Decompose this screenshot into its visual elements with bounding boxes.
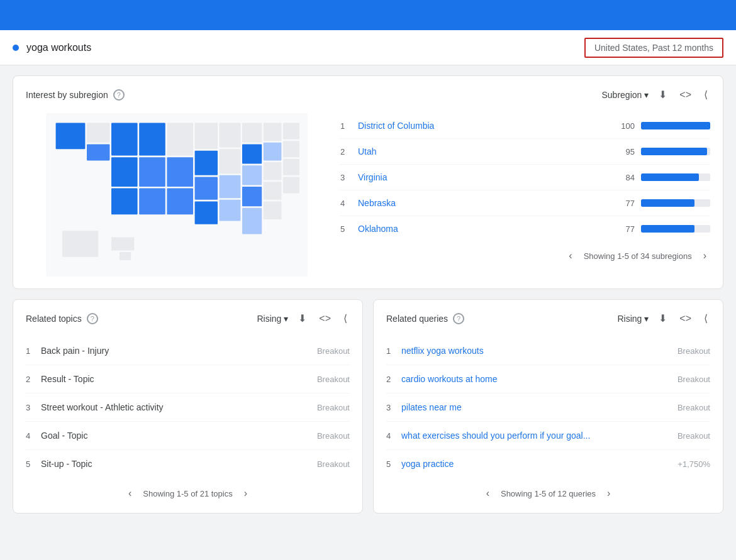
svg-rect-36 [111,238,134,251]
svg-rect-24 [220,200,241,221]
subregion-title: Interest by subregion [26,90,108,100]
queries-code-btn[interactable]: <> [677,310,694,327]
svg-rect-10 [195,123,218,150]
query-rank: 3 [386,403,401,412]
queries-share-btn[interactable]: ⟨ [701,310,710,327]
topic-name[interactable]: Goal - Topic [41,431,317,441]
topics-next-btn[interactable]: › [240,486,251,500]
table-row: 4 Nebraska 77 [340,190,710,216]
svg-rect-27 [264,182,282,200]
list-item: 2 cardio workouts at home Breakout [386,365,710,393]
region-rank: 3 [340,173,358,182]
queries-pagination-text: Showing 1-5 of 12 queries [501,489,596,498]
subregion-chevron-icon: ▾ [644,90,649,100]
queries-next-btn[interactable]: › [603,486,614,500]
subregion-download-btn[interactable]: ⬇ [656,86,669,103]
related-queries-card: Related queries ? Rising ▾ ⬇ <> ⟨ 1 netf… [373,299,723,513]
query-value: Breakout [677,403,710,412]
related-topics-title: Related topics [26,314,82,324]
svg-rect-2 [87,123,109,143]
region-value: 95 [610,147,635,156]
query-name[interactable]: pilates near me [401,402,677,412]
topics-download-btn[interactable]: ⬇ [296,310,309,327]
query-rank: 5 [386,459,401,469]
svg-rect-37 [120,252,131,260]
query-rank: 1 [386,346,401,356]
table-row: 5 Oklahoma 77 [340,216,710,241]
topics-code-btn[interactable]: <> [316,310,333,327]
queries-chevron-icon: ▾ [644,314,649,324]
region-name[interactable]: Oklahoma [358,224,610,234]
svg-rect-33 [167,189,193,215]
region-name[interactable]: District of Columbia [358,121,610,131]
topic-name[interactable]: Result - Topic [41,374,317,384]
related-queries-help-icon[interactable]: ? [453,313,464,324]
region-bar [641,122,710,129]
svg-rect-15 [220,175,241,198]
topics-share-btn[interactable]: ⟨ [341,310,350,327]
subregion-prev-btn[interactable]: ‹ [565,249,576,263]
topic-name[interactable]: Sit-up - Topic [41,459,317,469]
queries-dropdown[interactable]: Rising ▾ [617,314,649,324]
region-bar [641,199,710,207]
region-name[interactable]: Utah [358,146,610,156]
table-row: 3 Virginia 84 [340,165,710,190]
table-row: 1 District of Columbia 100 [340,113,710,139]
subregion-help-icon[interactable]: ? [113,89,125,101]
list-item: 1 Back pain - Injury Breakout [26,337,350,365]
query-name[interactable]: yoga practice [401,459,677,469]
queries-download-btn[interactable]: ⬇ [656,310,669,327]
svg-rect-34 [195,201,218,224]
subregion-share-btn[interactable]: ⟨ [701,86,710,103]
region-name[interactable]: Virginia [358,172,610,182]
svg-rect-7 [139,157,165,187]
subregion-dropdown[interactable]: Subregion ▾ [601,90,649,100]
svg-rect-9 [167,157,193,187]
subregion-code-btn[interactable]: <> [677,87,694,103]
svg-rect-11 [195,151,218,175]
query-name[interactable]: cardio workouts at home [401,374,677,384]
query-name[interactable]: what exercises should you perform if you… [401,431,677,441]
svg-rect-19 [264,123,282,141]
svg-rect-25 [242,187,262,206]
topic-value: Breakout [317,431,350,441]
topics-prev-btn[interactable]: ‹ [125,486,135,500]
query-value: Breakout [677,431,710,441]
topics-dropdown[interactable]: Rising ▾ [257,314,288,324]
related-queries-title: Related queries [386,314,448,324]
query-value: Breakout [677,375,710,384]
query-name[interactable]: netflix yoga workouts [401,346,677,356]
top-bar [0,0,736,30]
region-bar [641,225,710,233]
topic-rank: 1 [26,346,41,356]
svg-rect-12 [195,177,218,199]
list-item: 5 Sit-up - Topic Breakout [26,450,350,478]
svg-rect-3 [87,144,109,160]
topic-name[interactable]: Street workout - Athletic activity [41,402,317,412]
svg-rect-32 [139,189,165,215]
region-bar [641,148,710,155]
region-name[interactable]: Nebraska [358,198,610,208]
region-filter[interactable]: United States, Past 12 months [584,38,723,58]
svg-rect-18 [242,165,262,185]
svg-rect-20 [264,143,282,161]
subregion-next-btn[interactable]: › [700,249,710,263]
topic-value: Breakout [317,375,350,384]
topic-rank: 4 [26,431,41,441]
query-value: +1,750% [677,459,710,469]
region-bar [641,173,710,181]
svg-rect-4 [111,123,138,156]
svg-rect-30 [283,177,299,193]
topic-name[interactable]: Back pain - Injury [41,346,317,356]
svg-rect-31 [111,189,138,215]
related-topics-help-icon[interactable]: ? [87,313,98,324]
subregion-pagination-text: Showing 1-5 of 34 subregions [584,251,692,261]
svg-rect-13 [220,123,241,148]
svg-rect-14 [220,149,241,173]
svg-rect-1 [56,123,86,150]
query-rank: 4 [386,431,401,441]
region-list: 1 District of Columbia 100 2 Utah 95 3 V… [340,113,710,278]
list-item: 4 what exercises should you perform if y… [386,422,710,450]
queries-prev-btn[interactable]: ‹ [482,486,493,500]
queries-pagination: ‹ Showing 1-5 of 12 queries › [386,478,710,503]
